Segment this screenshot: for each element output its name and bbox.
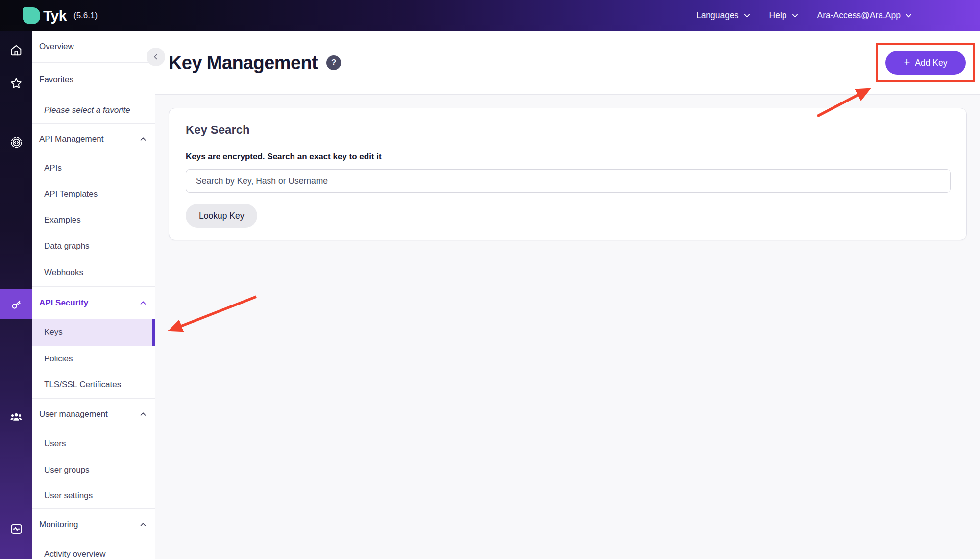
sidebar-item-keys[interactable]: Keys bbox=[32, 319, 155, 346]
help-badge-icon[interactable]: ? bbox=[326, 55, 341, 70]
sidebar-item-users[interactable]: Users bbox=[32, 430, 155, 457]
sidebar-item-label: Examples bbox=[44, 215, 81, 225]
sidebar-item-user-groups[interactable]: User groups bbox=[32, 457, 155, 483]
sidebar-item-label: Keys bbox=[44, 328, 63, 337]
chevron-up-icon bbox=[139, 521, 147, 529]
add-key-label: Add Key bbox=[915, 58, 947, 68]
sidebar-item-favorites[interactable]: Favorites bbox=[32, 63, 155, 97]
rail-api-security-button[interactable] bbox=[0, 289, 32, 319]
help-label: Help bbox=[769, 10, 787, 21]
sidebar-item-apis[interactable]: APIs bbox=[32, 155, 155, 181]
languages-label: Languages bbox=[696, 10, 739, 21]
sidebar-item-label: Overview bbox=[39, 42, 74, 51]
sidebar-item-label: Webhooks bbox=[44, 268, 83, 278]
key-search-card: Key Search Keys are encrypted. Search an… bbox=[169, 108, 967, 240]
account-menu[interactable]: Ara-Access@Ara.App bbox=[817, 10, 912, 21]
rail-monitoring-button[interactable] bbox=[0, 519, 32, 538]
sidebar-item-policies[interactable]: Policies bbox=[32, 346, 155, 372]
annotation-highlight-box: + Add Key bbox=[876, 43, 975, 82]
topbar-menus: Languages Help Ara-Access@Ara.App bbox=[696, 10, 980, 21]
sidebar-item-label: Users bbox=[44, 439, 66, 449]
sidebar-item-label: Policies bbox=[44, 354, 73, 364]
users-icon bbox=[9, 410, 24, 425]
main-area: Key Management ? + Add Key Key Search Ke… bbox=[155, 31, 980, 559]
chevron-up-icon bbox=[139, 135, 147, 143]
page-title: Key Management bbox=[169, 52, 318, 74]
sidebar-item-label: APIs bbox=[44, 163, 62, 173]
sidebar-collapse-button[interactable] bbox=[147, 48, 165, 66]
sidebar-item-data-graphs[interactable]: Data graphs bbox=[32, 233, 155, 259]
star-icon bbox=[9, 76, 23, 90]
lookup-key-button[interactable]: Lookup Key bbox=[186, 204, 257, 228]
sidebar-item-activity-overview[interactable]: Activity overview bbox=[32, 540, 155, 559]
sidebar-item-label: User settings bbox=[44, 491, 93, 501]
sidebar-item-label: Favorites bbox=[39, 75, 74, 85]
sidebar-section-api-security[interactable]: API Security bbox=[32, 287, 155, 319]
app-version: (5.6.1) bbox=[74, 11, 98, 21]
account-label: Ara-Access@Ara.App bbox=[817, 10, 901, 21]
sidebar: Overview Favorites Please select a favor… bbox=[32, 31, 155, 559]
chevron-up-icon bbox=[139, 299, 147, 307]
sidebar-item-overview[interactable]: Overview bbox=[32, 31, 155, 63]
section-label: User management bbox=[39, 409, 108, 419]
sidebar-item-label: User groups bbox=[44, 465, 90, 475]
page-header: Key Management ? + Add Key bbox=[155, 31, 980, 95]
sidebar-item-api-templates[interactable]: API Templates bbox=[32, 181, 155, 207]
rail-api-management-button[interactable] bbox=[0, 132, 32, 152]
section-label: Monitoring bbox=[39, 520, 78, 530]
help-glyph: ? bbox=[331, 58, 336, 68]
sidebar-item-webhooks[interactable]: Webhooks bbox=[32, 259, 155, 287]
chevron-down-icon bbox=[791, 12, 799, 19]
home-icon bbox=[9, 43, 23, 57]
sidebar-section-user-management[interactable]: User management bbox=[32, 399, 155, 430]
gear-code-icon bbox=[9, 135, 24, 150]
help-menu[interactable]: Help bbox=[769, 10, 799, 21]
active-item-bar bbox=[152, 319, 155, 346]
rail-home-button[interactable] bbox=[0, 40, 32, 60]
plus-icon: + bbox=[904, 57, 910, 68]
sidebar-item-examples[interactable]: Examples bbox=[32, 207, 155, 233]
content-area: Key Search Keys are encrypted. Search an… bbox=[155, 95, 980, 559]
card-hint: Keys are encrypted. Search an exact key … bbox=[186, 152, 950, 162]
lookup-key-label: Lookup Key bbox=[199, 211, 244, 221]
rail-user-management-button[interactable] bbox=[0, 407, 32, 427]
sidebar-item-label: Activity overview bbox=[44, 549, 106, 559]
sidebar-item-user-settings[interactable]: User settings bbox=[32, 483, 155, 509]
icon-rail bbox=[0, 31, 32, 559]
logo-link[interactable]: Tyk (5.6.1) bbox=[23, 7, 98, 24]
monitor-icon bbox=[9, 522, 24, 536]
chevron-left-icon bbox=[152, 53, 160, 61]
card-title: Key Search bbox=[186, 123, 950, 137]
section-label: API Management bbox=[39, 134, 103, 144]
rail-favorites-button[interactable] bbox=[0, 74, 32, 93]
topbar: Tyk (5.6.1) Languages Help Ara-Access@Ar… bbox=[0, 0, 980, 31]
languages-menu[interactable]: Languages bbox=[696, 10, 751, 21]
add-key-button[interactable]: + Add Key bbox=[885, 51, 966, 75]
sidebar-item-label: API Templates bbox=[44, 189, 98, 199]
favorites-empty-text: Please select a favorite bbox=[44, 105, 130, 115]
tyk-logo-icon bbox=[23, 7, 40, 24]
key-search-input[interactable] bbox=[186, 169, 951, 193]
favorites-empty-note: Please select a favorite bbox=[32, 97, 155, 124]
sidebar-section-monitoring[interactable]: Monitoring bbox=[32, 509, 155, 540]
sidebar-item-label: TLS/SSL Certificates bbox=[44, 380, 121, 390]
key-icon bbox=[9, 297, 24, 311]
chevron-down-icon bbox=[743, 12, 751, 19]
chevron-up-icon bbox=[139, 410, 147, 418]
sidebar-section-api-management[interactable]: API Management bbox=[32, 124, 155, 155]
logo-text: Tyk bbox=[43, 7, 67, 24]
sidebar-item-tls-ssl-certificates[interactable]: TLS/SSL Certificates bbox=[32, 372, 155, 399]
section-label: API Security bbox=[39, 298, 88, 308]
chevron-down-icon bbox=[905, 12, 912, 19]
sidebar-item-label: Data graphs bbox=[44, 241, 90, 251]
